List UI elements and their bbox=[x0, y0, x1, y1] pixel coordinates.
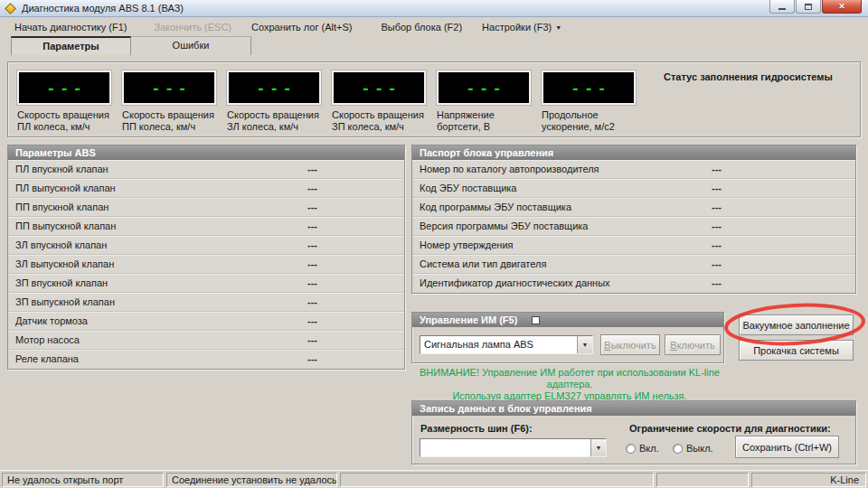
im-checkbox[interactable] bbox=[532, 316, 540, 324]
gauge: --- Продольное ускорение, м/с2 bbox=[542, 70, 636, 133]
maximize-button[interactable] bbox=[796, 0, 821, 14]
passport-row: Код программы ЭБУ поставщика --- bbox=[412, 198, 855, 217]
speed-limit-label: Ограничение скорости для диагностики: bbox=[629, 423, 831, 434]
gauge-label: Скорость вращения ЗЛ колеса, км/ч bbox=[227, 109, 328, 133]
save-button[interactable]: Сохранить (Ctrl+W) bbox=[735, 436, 839, 458]
close-icon: ✕ bbox=[838, 1, 845, 13]
param-row: Мотор насоса --- bbox=[8, 331, 404, 350]
gauges-panel: --- Скорость вращения ПЛ колеса, км/ч --… bbox=[7, 61, 861, 137]
record-title: Запись данных в блок управления bbox=[412, 401, 855, 416]
im-control-header: Управление ИМ (F5) bbox=[412, 313, 723, 327]
main-area: --- Скорость вращения ПЛ колеса, км/ч --… bbox=[0, 55, 868, 470]
radio-off[interactable]: Выкл. bbox=[673, 443, 713, 454]
chevron-down-icon[interactable]: ▼ bbox=[577, 336, 592, 353]
chevron-down-icon[interactable]: ▼ bbox=[590, 439, 606, 456]
gauge: --- Напряжение бортсети, В bbox=[437, 70, 531, 133]
status-empty-1 bbox=[340, 473, 654, 487]
status-adapter-type: K-Line bbox=[751, 473, 866, 487]
gauge: --- Скорость вращения ПЛ колеса, км/ч bbox=[17, 70, 111, 133]
led-display: --- bbox=[227, 70, 321, 105]
passport-rows: Номер по каталогу автопроизводителя --- … bbox=[412, 160, 855, 293]
titlebar: Диагностика модуля ABS 8.1 (ВАЗ) ✕ bbox=[0, 0, 868, 17]
abs-params-panel: Параметры ABS ПЛ впускной клапан --- ПЛ … bbox=[7, 145, 405, 370]
passport-title: Паспорт блока управления bbox=[412, 145, 855, 160]
param-row: ПЛ выпускной клапан --- bbox=[8, 179, 404, 198]
tab-parameters[interactable]: Параметры bbox=[11, 36, 131, 55]
menu-settings[interactable]: Настройки (F3)▼ bbox=[480, 20, 563, 34]
im-actuator-select[interactable]: Сигнальная лампа ABS ▼ bbox=[420, 335, 593, 354]
window-title: Диагностика модуля ABS 8.1 (ВАЗ) bbox=[22, 3, 184, 14]
menu-start-diagnostics[interactable]: Начать диагностику (F1) bbox=[13, 20, 128, 34]
passport-row: Номер по каталогу автопроизводителя --- bbox=[412, 160, 855, 179]
param-row: ПП впускной клапан --- bbox=[8, 198, 404, 217]
vacuum-fill-button[interactable]: Вакуумное заполнение bbox=[739, 314, 854, 335]
radio-on[interactable]: Вкл. bbox=[626, 443, 659, 454]
passport-row: Номер утверждения --- bbox=[412, 236, 855, 255]
close-button[interactable]: ✕ bbox=[822, 0, 862, 14]
passport-row: Идентификатор диагностических данных --- bbox=[412, 274, 855, 293]
abs-params-rows: ПЛ впускной клапан --- ПЛ выпускной клап… bbox=[8, 160, 404, 369]
gauge-label: Скорость вращения ЗП колеса, км/ч bbox=[332, 109, 433, 133]
gauge-label: Продольное ускорение, м/с2 bbox=[542, 109, 643, 133]
menu-finish[interactable]: Закончить (ESC) bbox=[152, 20, 233, 34]
warning-line1: ВНИМАНИЕ! Управление ИМ работет при испо… bbox=[411, 367, 728, 390]
status-port: Не удалось открыть порт bbox=[2, 473, 164, 487]
tire-size-label: Размерность шин (F6): bbox=[420, 423, 533, 434]
passport-row: Система или тип двигателя --- bbox=[412, 255, 855, 274]
param-row: ПП выпускной клапан --- bbox=[8, 217, 404, 236]
im-off-button[interactable]: Выключить bbox=[600, 334, 660, 355]
passport-row: Версия программы ЭБУ поставщика --- bbox=[412, 217, 855, 236]
param-row: ЗЛ выпускной клапан --- bbox=[8, 255, 404, 274]
record-panel: Запись данных в блок управления Размерно… bbox=[411, 400, 856, 465]
led-display: --- bbox=[17, 70, 111, 105]
statusbar: Не удалось открыть порт Соединение устан… bbox=[0, 470, 868, 488]
app-icon bbox=[5, 3, 16, 14]
menu-select-block[interactable]: Выбор блока (F2) bbox=[379, 20, 464, 34]
status-empty-2 bbox=[656, 473, 749, 487]
app-window: Диагностика модуля ABS 8.1 (ВАЗ) ✕ Начат… bbox=[0, 0, 868, 488]
minimize-icon bbox=[778, 8, 786, 10]
chevron-down-icon: ▼ bbox=[555, 24, 561, 31]
tabsbar: Параметры Ошибки bbox=[0, 36, 868, 55]
minimize-button[interactable] bbox=[769, 0, 795, 14]
hydro-status-label: Статус заполнения гидросистемы bbox=[664, 71, 833, 82]
tire-size-select[interactable]: ▼ bbox=[420, 438, 607, 457]
gauge: --- Скорость вращения ЗЛ колеса, км/ч bbox=[227, 70, 321, 133]
menubar: Начать диагностику (F1) Закончить (ESC) … bbox=[0, 17, 868, 36]
radio-icon[interactable] bbox=[626, 444, 636, 454]
maximize-icon bbox=[805, 4, 812, 10]
passport-row: Код ЭБУ поставщика --- bbox=[412, 179, 855, 198]
led-display: --- bbox=[122, 70, 216, 105]
led-display: --- bbox=[437, 70, 531, 105]
led-display: --- bbox=[542, 70, 636, 105]
param-row: ЗП выпускной клапан --- bbox=[8, 293, 404, 312]
abs-params-title: Параметры ABS bbox=[8, 145, 404, 160]
gauge-label: Скорость вращения ПП колеса, км/ч bbox=[122, 109, 223, 133]
menu-save-log[interactable]: Сохранить лог (Alt+S) bbox=[250, 20, 354, 34]
gauge: --- Скорость вращения ЗП колеса, км/ч bbox=[332, 70, 426, 133]
im-control-panel: Управление ИМ (F5) Сигнальная лампа ABS … bbox=[411, 312, 724, 363]
param-row: ЗП впускной клапан --- bbox=[8, 274, 404, 293]
system-bleed-button[interactable]: Прокачка системы bbox=[739, 340, 854, 361]
param-row: Датчик тормоза --- bbox=[8, 312, 404, 331]
gauge-label: Напряжение бортсети, В bbox=[437, 109, 538, 133]
gauge: --- Скорость вращения ПП колеса, км/ч bbox=[122, 70, 216, 133]
param-row: ПЛ впускной клапан --- bbox=[8, 160, 404, 179]
status-connection: Соединение установить не удалось bbox=[166, 473, 337, 487]
param-row: ЗЛ впускной клапан --- bbox=[8, 236, 404, 255]
param-row: Реле клапана --- bbox=[8, 350, 404, 369]
gauge-label: Скорость вращения ПЛ колеса, км/ч bbox=[17, 109, 118, 133]
radio-icon[interactable] bbox=[673, 444, 683, 454]
passport-panel: Паспорт блока управления Номер по катало… bbox=[411, 145, 856, 294]
tab-errors[interactable]: Ошибки bbox=[131, 36, 251, 55]
im-on-button[interactable]: Включить bbox=[665, 334, 721, 355]
kl-line-warning: ВНИМАНИЕ! Управление ИМ работет при испо… bbox=[411, 367, 728, 402]
led-display: --- bbox=[332, 70, 426, 105]
